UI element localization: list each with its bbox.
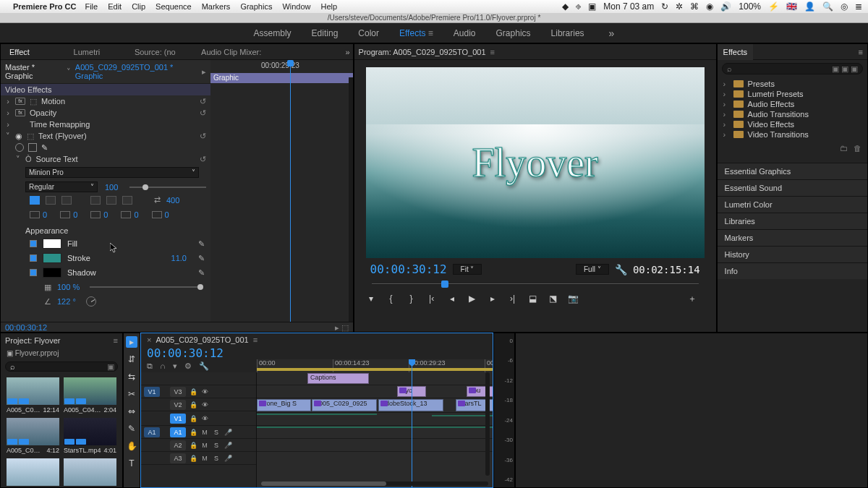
mark-out-icon[interactable]: }	[407, 294, 417, 304]
tool-razor[interactable]: ✂	[126, 388, 137, 400]
workspace-effects[interactable]: Effects ≡	[399, 28, 433, 38]
settings-wrench-icon[interactable]: 🔧	[615, 264, 627, 275]
metric-1[interactable]: 0	[43, 210, 47, 219]
metric-3[interactable]: 0	[103, 210, 108, 219]
menu-clip[interactable]: Clip	[132, 2, 145, 11]
button-editor-icon[interactable]: ＋	[687, 294, 697, 304]
target-a1[interactable]: A1	[170, 427, 186, 437]
menu-markers[interactable]: Markers	[202, 2, 231, 11]
delete-icon[interactable]: 🗑	[854, 144, 861, 153]
step-back-icon[interactable]: ◂	[447, 294, 457, 304]
panel-markers[interactable]: Markers	[718, 229, 867, 246]
timeline-playhead[interactable]	[412, 359, 412, 487]
timeline-current-tc[interactable]: 00:00:30:12	[141, 346, 493, 360]
eyedropper-icon[interactable]: ✎	[198, 254, 205, 263]
target-v3[interactable]: V3	[170, 387, 186, 397]
workspace-graphics[interactable]: Graphics	[496, 28, 531, 38]
resolution-select[interactable]: Full ˅	[576, 264, 609, 275]
shadow-opacity-slider[interactable]	[90, 286, 200, 288]
go-to-out-icon[interactable]: ›|	[508, 294, 518, 304]
bin-item[interactable]: StarsTL.mp44:01	[64, 418, 116, 454]
target-a2[interactable]: A2	[170, 440, 186, 450]
marker-icon[interactable]: ▾	[173, 361, 177, 371]
timeline-hscrollbar[interactable]	[261, 481, 488, 486]
add-marker-icon[interactable]: ▾	[366, 294, 376, 304]
workspace-assembly[interactable]: Assembly	[254, 28, 292, 38]
clip-audio[interactable]	[257, 427, 493, 428]
bin-item[interactable]: A005_C0…12:14	[7, 377, 59, 414]
shadow-angle-value[interactable]: 122 °	[57, 297, 76, 306]
linked-selection-icon[interactable]: ∩	[160, 361, 166, 371]
align-top-icon[interactable]	[90, 196, 101, 205]
timeline-tracks[interactable]: 00:00 00:00:14:23 00:00:29:23 00:00:44:2…	[257, 372, 493, 487]
eyedropper-icon[interactable]: ✎	[198, 268, 205, 278]
spotlight-icon[interactable]: 🔍	[822, 1, 833, 12]
bin-item[interactable]	[7, 458, 59, 486]
menubar-clock[interactable]: Mon 7 03 am	[603, 1, 654, 12]
tab-audio-clip-mixer[interactable]: Audio Clip Mixer: A005_C029_0925TO_001	[195, 44, 341, 60]
tool-selection[interactable]: ▸	[126, 336, 137, 348]
menubar-extra-icon[interactable]: ◉	[706, 1, 713, 12]
tab-source[interactable]: Source: (no clips)	[129, 44, 194, 60]
tabs-overflow-icon[interactable]: »	[345, 48, 349, 56]
metric-4[interactable]: 0	[134, 210, 138, 219]
angle-dial[interactable]	[86, 296, 96, 307]
settings-icon[interactable]: ⚙	[184, 361, 192, 371]
folder-video-transitions[interactable]: ›Video Transitions	[718, 129, 867, 140]
wrench-icon[interactable]: 🔧	[199, 361, 209, 371]
clip-video[interactable]: AdobeStock_13	[378, 399, 443, 411]
workspace-overflow-icon[interactable]: »	[609, 27, 615, 39]
align-bottom-icon[interactable]	[122, 196, 132, 205]
panel-libraries[interactable]: Libraries	[718, 213, 867, 229]
extract-icon[interactable]: ⬔	[548, 294, 558, 304]
menubar-extra-icon[interactable]: ⎆	[576, 1, 581, 12]
menu-graphics[interactable]: Graphics	[240, 2, 272, 11]
reset-icon[interactable]: ↺	[200, 108, 206, 118]
bin-item[interactable]: A005_C0…4:12	[7, 418, 59, 454]
program-canvas[interactable]: Flyover	[366, 67, 705, 258]
fill-color-swatch[interactable]	[43, 239, 61, 249]
src-v1[interactable]: V1	[144, 387, 160, 397]
target-a3[interactable]: A3	[170, 453, 186, 463]
font-size-slider[interactable]	[129, 187, 206, 188]
play-icon[interactable]: ▶	[467, 294, 477, 304]
wifi-icon[interactable]: ⌘	[690, 1, 699, 12]
step-fwd-icon[interactable]: ▸	[488, 294, 498, 304]
workspace-libraries[interactable]: Libraries	[551, 28, 584, 38]
menubar-extra-icon[interactable]: ◆	[562, 1, 569, 12]
filter-icon[interactable]: ▣	[107, 362, 114, 372]
eye-icon[interactable]: 👁	[200, 388, 209, 395]
target-v2[interactable]: V2	[170, 400, 186, 410]
folder-presets[interactable]: ›Presets	[718, 79, 867, 89]
menu-window[interactable]: Window	[282, 2, 310, 11]
align-right-icon[interactable]	[61, 196, 72, 205]
program-playhead[interactable]	[441, 281, 448, 288]
tool-type[interactable]: T	[126, 458, 137, 469]
input-flag-icon[interactable]: 🇬🇧	[786, 1, 797, 12]
menu-sequence[interactable]: Sequence	[156, 2, 192, 11]
font-size-value[interactable]: 100	[105, 183, 118, 192]
menubar-extra-icon[interactable]: ▣	[588, 1, 596, 12]
align-vcenter-icon[interactable]	[106, 196, 116, 205]
tracking-value[interactable]: 400	[166, 196, 179, 205]
master-clip-label[interactable]: Master * Graphic	[5, 63, 62, 80]
reset-icon[interactable]: ↺	[200, 97, 206, 106]
reset-icon[interactable]: ↺	[200, 132, 206, 141]
timeline-vscrollbar[interactable]	[485, 372, 490, 476]
mask-rect-icon[interactable]	[28, 143, 37, 152]
bin-item[interactable]	[64, 458, 116, 486]
fx-motion[interactable]: Motion	[41, 97, 195, 106]
tab-effect-controls[interactable]: Effect Controls ≡	[4, 44, 67, 60]
lock-icon[interactable]: 🔒	[189, 388, 197, 395]
user-icon[interactable]: 👤	[804, 1, 815, 12]
go-to-in-icon[interactable]: |‹	[427, 294, 437, 304]
app-name[interactable]: Premiere Pro CC	[13, 2, 76, 11]
battery-icon[interactable]: ⚡	[768, 1, 779, 12]
metric-5[interactable]: 0	[165, 210, 169, 219]
tab-lumetri-scopes[interactable]: Lumetri Scopes	[68, 44, 127, 60]
eyedropper-icon[interactable]: ✎	[198, 239, 205, 249]
shadow-color-swatch[interactable]	[43, 267, 61, 278]
ec-footer-timecode[interactable]: 00:00:30:12	[5, 323, 47, 332]
work-area-bar[interactable]	[257, 368, 493, 371]
stroke-width-value[interactable]: 11.0	[171, 254, 187, 262]
